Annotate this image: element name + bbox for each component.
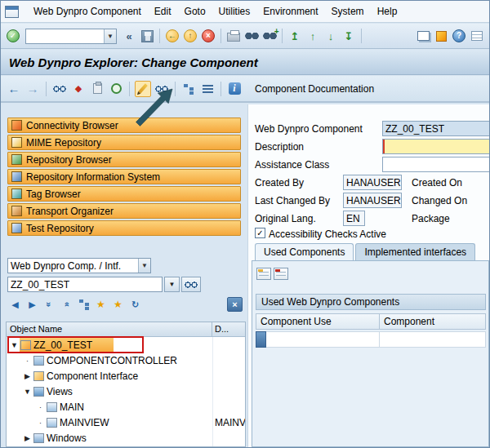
tree-row-main[interactable]: · MAIN: [7, 399, 245, 415]
menu-help[interactable]: Help: [371, 2, 404, 20]
system-menu-icon[interactable]: [5, 6, 19, 18]
original-lang-field[interactable]: EN: [343, 211, 365, 226]
object-type-dropdown-icon[interactable]: ▼: [138, 259, 150, 273]
expander-icon[interactable]: ▼: [22, 388, 33, 396]
tree-row-windows[interactable]: ▶ Windows: [7, 430, 245, 446]
tree-item-label: Component Interface: [47, 370, 138, 382]
menu-web-dynpro-component[interactable]: Web Dynpro Component: [27, 2, 148, 20]
tree-row-mainview[interactable]: · MAINVIEW MAINV: [7, 415, 245, 430]
hierarchy-button[interactable]: [180, 81, 197, 97]
exit-button[interactable]: ↑: [182, 28, 198, 44]
object-name-dropdown-button[interactable]: ▼: [164, 277, 180, 292]
repository-information-system-button[interactable]: Repository Information System: [7, 169, 241, 184]
customize-layout-button[interactable]: [469, 28, 485, 44]
create-shortcut-button[interactable]: [433, 28, 449, 44]
browser-button-label: Tag Browser: [26, 189, 81, 200]
component-field[interactable]: ZZ_00_TEST: [382, 121, 490, 136]
tree-column-object-name[interactable]: Object Name: [7, 322, 212, 336]
collapse-command-button[interactable]: «: [121, 28, 137, 44]
next-object-button[interactable]: ▶: [24, 297, 40, 312]
object-name-input[interactable]: [7, 277, 163, 292]
command-dropdown-icon[interactable]: ▼: [104, 29, 116, 43]
tree-row-views[interactable]: ▼ Views: [7, 384, 245, 399]
display-object-button[interactable]: [181, 277, 201, 292]
previous-object-button[interactable]: ◀: [7, 297, 23, 312]
last-page-button[interactable]: ↧: [341, 28, 357, 44]
transport-organizer-button[interactable]: Transport Organizer: [7, 203, 241, 219]
toolbar-right-group: ?: [415, 28, 485, 44]
tab-implemented-interfaces[interactable]: Implemented interfaces: [355, 243, 475, 260]
print-button[interactable]: [225, 28, 242, 44]
menu-edit[interactable]: Edit: [148, 2, 178, 20]
save-button[interactable]: [139, 28, 155, 44]
row-selector[interactable]: [256, 331, 266, 348]
selected-row-highlight: ZZ_00_TEST: [20, 337, 114, 353]
menu-utilities[interactable]: Utilities: [212, 2, 257, 20]
check-button[interactable]: [108, 81, 124, 97]
find-next-button[interactable]: [261, 28, 278, 44]
info-button[interactable]: i: [226, 81, 243, 97]
menu-system[interactable]: System: [325, 2, 371, 20]
mime-repository-button[interactable]: MIME Repository: [7, 135, 241, 150]
interface-icon: [33, 371, 44, 381]
tree-row-componentcontroller[interactable]: · COMPONENTCONTROLLER: [7, 353, 245, 368]
component-use-cell[interactable]: [266, 331, 380, 348]
last-changed-by-field[interactable]: HANAUSER: [343, 193, 402, 208]
test-repository-button[interactable]: Test Repository: [7, 220, 241, 236]
tree-row-web-dynpro-applications[interactable]: ▶ Web Dynpro Applications: [7, 446, 245, 447]
tree-body: ▼ ZZ_00_TEST · COMPONENTCONTROLLER ▶: [7, 337, 245, 447]
expander-icon[interactable]: ▼: [9, 341, 20, 349]
expander-icon[interactable]: ▶: [22, 434, 33, 442]
repository-browser-button[interactable]: Repository Browser: [7, 152, 241, 167]
test-button[interactable]: ◆: [70, 81, 87, 97]
tab-used-components[interactable]: Used Components: [255, 243, 354, 260]
find-button[interactable]: [243, 28, 260, 44]
first-page-button[interactable]: ↥: [287, 28, 303, 44]
command-input[interactable]: [26, 29, 104, 43]
focus-subtree-button[interactable]: [76, 297, 91, 312]
back-button[interactable]: ←: [164, 28, 180, 44]
description-field[interactable]: [382, 139, 490, 154]
assistance-class-field[interactable]: [382, 157, 490, 172]
tag-browser-button[interactable]: Tag Browser: [7, 186, 241, 202]
list-button[interactable]: [199, 81, 216, 97]
created-by-field[interactable]: HANAUSER: [343, 175, 402, 190]
column-component[interactable]: Component: [380, 313, 486, 330]
copy-button[interactable]: [89, 81, 105, 97]
favorites-button[interactable]: ★: [110, 297, 126, 312]
tree-column-d[interactable]: D...: [212, 322, 245, 336]
accessibility-checkbox[interactable]: ✓: [255, 228, 265, 238]
menu-bar: Web Dynpro Component Edit Goto Utilities…: [1, 1, 489, 23]
help-button[interactable]: ?: [451, 28, 467, 44]
insert-row-icon[interactable]: [256, 268, 271, 280]
component-cell[interactable]: [380, 331, 486, 348]
cancel-button[interactable]: ×: [200, 28, 216, 44]
menu-goto[interactable]: Goto: [178, 2, 212, 20]
views-folder-icon: [33, 387, 44, 397]
expand-all-button[interactable]: »: [42, 297, 57, 312]
enter-button[interactable]: ✓: [5, 28, 21, 44]
refresh-button[interactable]: ↻: [127, 297, 143, 312]
delete-row-icon[interactable]: [274, 268, 288, 280]
previous-page-button[interactable]: ↑: [305, 28, 321, 44]
view-icon: [47, 402, 57, 412]
display-glasses-icon: [53, 86, 66, 92]
column-component-use[interactable]: Component Use: [256, 313, 380, 330]
add-favorite-button[interactable]: ★: [93, 297, 109, 312]
close-browser-button[interactable]: ×: [227, 297, 243, 312]
other-object-button[interactable]: [51, 81, 68, 97]
collapse-all-button[interactable]: »: [59, 297, 74, 312]
expander-icon[interactable]: ▶: [22, 372, 33, 380]
next-page-button[interactable]: ↓: [323, 28, 339, 44]
new-session-button[interactable]: [415, 28, 431, 44]
object-type-select[interactable]: Web Dynpro Comp. / Intf. ▼: [7, 258, 151, 273]
tree-row-component[interactable]: ▼ ZZ_00_TEST: [7, 337, 245, 353]
tree-item-description: MAINV: [215, 417, 246, 428]
connectivity-browser-button[interactable]: Connectivity Browser: [7, 118, 241, 133]
tree-row-component-interface[interactable]: ▶ Component Interface: [7, 368, 245, 384]
created-on-label: Created On: [412, 177, 462, 189]
nav-back-button[interactable]: ←: [6, 81, 22, 97]
nav-forward-button[interactable]: →: [24, 81, 41, 97]
component-documentation-button[interactable]: Component Documentation: [252, 82, 377, 96]
menu-environment[interactable]: Environment: [256, 2, 324, 20]
